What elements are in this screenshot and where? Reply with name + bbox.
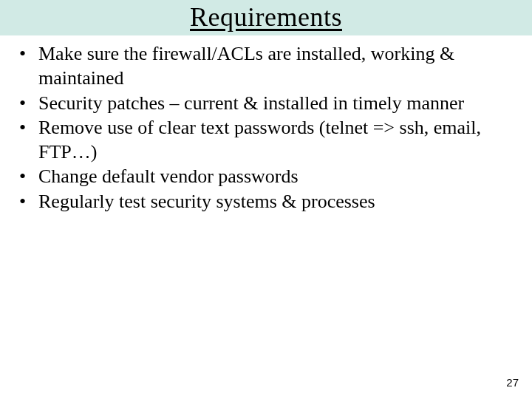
- bullet-icon: •: [18, 91, 38, 115]
- list-item: • Change default vendor passwords: [18, 164, 514, 188]
- bullet-icon: •: [18, 115, 38, 140]
- bullet-icon: •: [18, 164, 38, 188]
- list-item: • Remove use of clear text passwords (te…: [18, 115, 514, 165]
- bullet-text: Security patches – current & installed i…: [38, 91, 514, 115]
- bullet-text: Remove use of clear text passwords (teln…: [38, 115, 514, 165]
- list-item: • Regularly test security systems & proc…: [18, 189, 514, 214]
- slide-title: Requirements: [0, 1, 532, 33]
- bullet-text: Change default vendor passwords: [38, 164, 514, 188]
- bullet-icon: •: [18, 189, 38, 214]
- list-item: • Make sure the firewall/ACLs are instal…: [18, 41, 514, 91]
- title-bar: Requirements: [0, 0, 532, 35]
- list-item: • Security patches – current & installed…: [18, 91, 514, 115]
- bullet-list: • Make sure the firewall/ACLs are instal…: [18, 41, 514, 214]
- page-number: 27: [506, 376, 519, 389]
- slide-content: • Make sure the firewall/ACLs are instal…: [0, 35, 532, 214]
- bullet-icon: •: [18, 41, 38, 66]
- bullet-text: Make sure the firewall/ACLs are installe…: [38, 41, 514, 91]
- bullet-text: Regularly test security systems & proces…: [38, 189, 514, 214]
